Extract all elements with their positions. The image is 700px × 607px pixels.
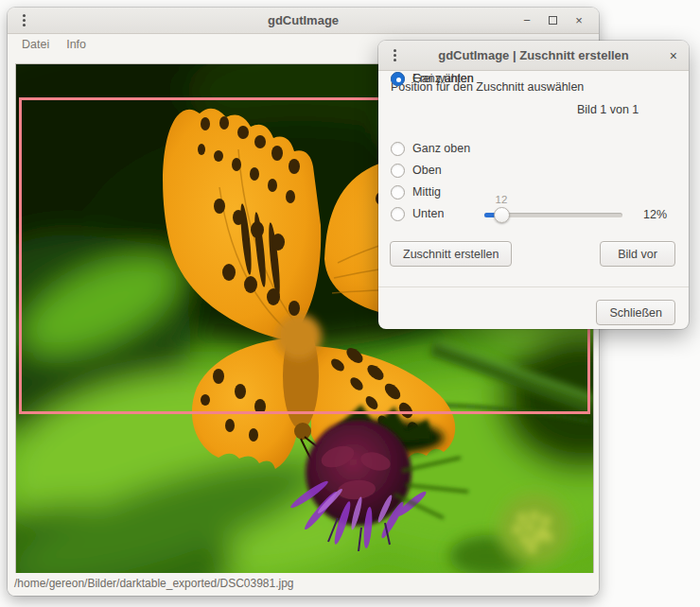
close-dialog-button[interactable]: Schließen [596,300,675,325]
radio-label: Oben [412,164,442,177]
radio-icon[interactable] [391,72,405,86]
radio-icon[interactable] [391,207,405,221]
radio-unten[interactable]: Unten [391,206,444,221]
image-counter: Bild 1 von 1 [577,103,639,116]
radio-icon[interactable] [391,164,405,178]
radio-mittig[interactable]: Mittig [391,184,441,199]
slider-value-label: 12 [484,194,518,205]
crop-dialog: gdCutImage | Zuschnitt erstellen × Posit… [378,41,689,329]
dialog-body: Position für den Zuschnitt auswählen Bil… [378,71,689,329]
close-icon[interactable]: × [572,14,586,26]
slider-handle[interactable] [494,207,510,223]
next-image-button[interactable]: Bild vor [600,241,675,267]
radio-ganz-oben[interactable]: Ganz oben [391,141,470,156]
radio-label: Frei wählen [412,72,474,85]
minimize-icon[interactable]: − [520,14,534,26]
radio-frei-waehlen[interactable]: Frei wählen [391,71,474,86]
dialog-separator [378,286,689,287]
radio-icon[interactable] [391,185,405,199]
radio-label: Mittig [412,185,441,199]
slider-percent-label: 12% [643,208,667,221]
radio-oben[interactable]: Oben [391,163,442,178]
create-crop-button[interactable]: Zuschnitt erstellen [390,241,512,267]
main-titlebar[interactable]: gdCutImage − × [8,8,599,34]
radio-label: Ganz oben [412,142,470,155]
window-menu-icon[interactable] [15,13,32,28]
menu-item-info[interactable]: Info [58,38,95,51]
window-title: gdCutImage [8,13,599,27]
menu-item-datei[interactable]: Datei [13,38,58,51]
dialog-menu-icon[interactable] [386,48,403,63]
dialog-title: gdCutImage | Zuschnitt erstellen [378,48,689,62]
dialog-titlebar[interactable]: gdCutImage | Zuschnitt erstellen × [378,41,689,71]
radio-label: Unten [412,207,444,220]
window-controls: − × [520,14,599,26]
statusbar: /home/gereon/Bilder/darktable_exported/D… [8,573,599,596]
dialog-close-icon[interactable]: × [670,48,689,63]
statusbar-path: /home/gereon/Bilder/darktable_exported/D… [14,577,294,590]
maximize-icon[interactable] [549,16,557,25]
radio-icon[interactable] [391,142,405,156]
